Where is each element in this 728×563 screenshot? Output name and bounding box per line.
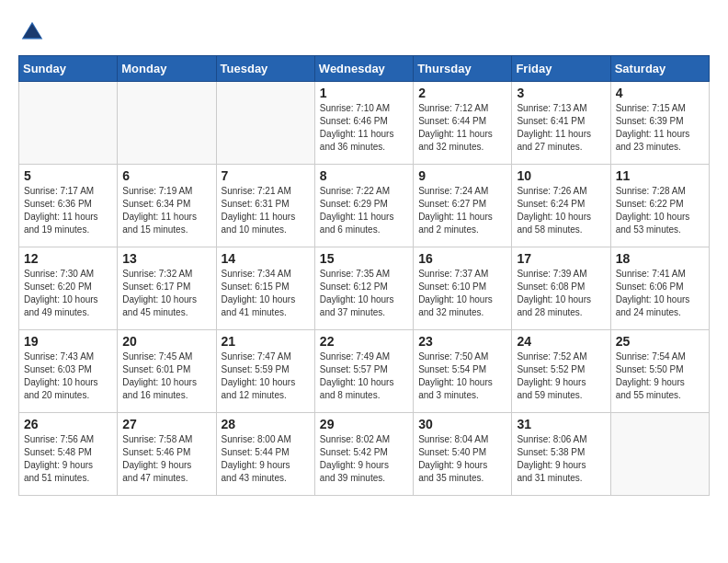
day-info: Sunrise: 7:45 AM Sunset: 6:01 PM Dayligh…	[122, 350, 210, 402]
day-cell: 1Sunrise: 7:10 AM Sunset: 6:46 PM Daylig…	[314, 82, 413, 165]
day-cell: 12Sunrise: 7:30 AM Sunset: 6:20 PM Dayli…	[19, 247, 118, 330]
day-info: Sunrise: 8:04 AM Sunset: 5:40 PM Dayligh…	[418, 433, 506, 485]
day-number: 19	[24, 334, 112, 349]
day-number: 7	[222, 168, 310, 183]
day-cell: 6Sunrise: 7:19 AM Sunset: 6:34 PM Daylig…	[118, 165, 216, 247]
day-info: Sunrise: 7:49 AM Sunset: 5:57 PM Dayligh…	[320, 350, 408, 402]
day-number: 17	[517, 251, 605, 266]
day-info: Sunrise: 7:35 AM Sunset: 6:12 PM Dayligh…	[320, 268, 408, 319]
week-row-1: 1Sunrise: 7:10 AM Sunset: 6:46 PM Daylig…	[19, 82, 710, 165]
day-cell: 30Sunrise: 8:04 AM Sunset: 5:40 PM Dayli…	[414, 413, 512, 496]
col-header-tuesday: Tuesday	[216, 56, 314, 82]
day-cell	[19, 82, 118, 165]
day-info: Sunrise: 7:26 AM Sunset: 6:24 PM Dayligh…	[517, 185, 605, 236]
day-number: 13	[122, 251, 210, 266]
day-number: 6	[122, 168, 210, 183]
day-number: 12	[24, 251, 112, 266]
svg-marker-1	[23, 24, 41, 38]
day-info: Sunrise: 7:13 AM Sunset: 6:41 PM Dayligh…	[517, 102, 605, 154]
day-cell: 13Sunrise: 7:32 AM Sunset: 6:17 PM Dayli…	[118, 247, 216, 330]
day-number: 23	[418, 334, 506, 349]
day-number: 25	[616, 334, 704, 349]
day-info: Sunrise: 7:10 AM Sunset: 6:46 PM Dayligh…	[320, 102, 408, 154]
logo	[18, 18, 50, 46]
day-cell: 23Sunrise: 7:50 AM Sunset: 5:54 PM Dayli…	[414, 330, 512, 413]
day-info: Sunrise: 7:34 AM Sunset: 6:15 PM Dayligh…	[222, 268, 310, 319]
day-cell: 25Sunrise: 7:54 AM Sunset: 5:50 PM Dayli…	[610, 330, 709, 413]
day-cell	[216, 82, 314, 165]
day-info: Sunrise: 7:19 AM Sunset: 6:34 PM Dayligh…	[122, 185, 210, 236]
day-info: Sunrise: 7:22 AM Sunset: 6:29 PM Dayligh…	[320, 185, 408, 236]
day-cell: 16Sunrise: 7:37 AM Sunset: 6:10 PM Dayli…	[414, 247, 512, 330]
day-cell: 21Sunrise: 7:47 AM Sunset: 5:59 PM Dayli…	[216, 330, 314, 413]
col-header-sunday: Sunday	[19, 56, 118, 82]
day-info: Sunrise: 7:58 AM Sunset: 5:46 PM Dayligh…	[122, 433, 210, 485]
day-number: 27	[122, 417, 210, 431]
day-number: 22	[320, 334, 408, 349]
header	[18, 18, 710, 46]
logo-icon	[18, 18, 46, 46]
col-header-friday: Friday	[512, 56, 610, 82]
header-row: SundayMondayTuesdayWednesdayThursdayFrid…	[19, 56, 710, 82]
day-cell: 5Sunrise: 7:17 AM Sunset: 6:36 PM Daylig…	[19, 165, 118, 247]
day-number: 15	[320, 251, 408, 266]
day-cell: 3Sunrise: 7:13 AM Sunset: 6:41 PM Daylig…	[512, 82, 610, 165]
day-cell: 15Sunrise: 7:35 AM Sunset: 6:12 PM Dayli…	[314, 247, 413, 330]
day-number: 26	[24, 417, 112, 431]
day-number: 18	[616, 251, 704, 266]
day-number: 2	[418, 86, 506, 100]
day-cell: 26Sunrise: 7:56 AM Sunset: 5:48 PM Dayli…	[19, 413, 118, 496]
day-number: 30	[418, 417, 506, 431]
day-number: 21	[222, 334, 310, 349]
day-info: Sunrise: 7:41 AM Sunset: 6:06 PM Dayligh…	[616, 268, 704, 319]
day-number: 31	[517, 417, 605, 431]
day-cell: 27Sunrise: 7:58 AM Sunset: 5:46 PM Dayli…	[118, 413, 216, 496]
day-info: Sunrise: 7:24 AM Sunset: 6:27 PM Dayligh…	[418, 185, 506, 236]
day-cell: 20Sunrise: 7:45 AM Sunset: 6:01 PM Dayli…	[118, 330, 216, 413]
day-number: 24	[517, 334, 605, 349]
day-cell: 4Sunrise: 7:15 AM Sunset: 6:39 PM Daylig…	[610, 82, 709, 165]
day-cell: 8Sunrise: 7:22 AM Sunset: 6:29 PM Daylig…	[314, 165, 413, 247]
day-info: Sunrise: 8:02 AM Sunset: 5:42 PM Dayligh…	[320, 433, 408, 485]
day-info: Sunrise: 7:56 AM Sunset: 5:48 PM Dayligh…	[24, 433, 112, 485]
calendar-table: SundayMondayTuesdayWednesdayThursdayFrid…	[18, 55, 710, 496]
day-cell: 9Sunrise: 7:24 AM Sunset: 6:27 PM Daylig…	[414, 165, 512, 247]
day-number: 9	[418, 168, 506, 183]
day-cell: 10Sunrise: 7:26 AM Sunset: 6:24 PM Dayli…	[512, 165, 610, 247]
day-number: 29	[320, 417, 408, 431]
week-row-5: 26Sunrise: 7:56 AM Sunset: 5:48 PM Dayli…	[19, 413, 710, 496]
day-cell: 19Sunrise: 7:43 AM Sunset: 6:03 PM Dayli…	[19, 330, 118, 413]
day-number: 20	[122, 334, 210, 349]
day-info: Sunrise: 8:06 AM Sunset: 5:38 PM Dayligh…	[517, 433, 605, 485]
day-cell: 28Sunrise: 8:00 AM Sunset: 5:44 PM Dayli…	[216, 413, 314, 496]
day-cell: 11Sunrise: 7:28 AM Sunset: 6:22 PM Dayli…	[610, 165, 709, 247]
day-info: Sunrise: 7:12 AM Sunset: 6:44 PM Dayligh…	[418, 102, 506, 154]
day-cell: 14Sunrise: 7:34 AM Sunset: 6:15 PM Dayli…	[216, 247, 314, 330]
day-info: Sunrise: 7:54 AM Sunset: 5:50 PM Dayligh…	[616, 350, 704, 402]
week-row-3: 12Sunrise: 7:30 AM Sunset: 6:20 PM Dayli…	[19, 247, 710, 330]
day-number: 3	[517, 86, 605, 100]
day-info: Sunrise: 7:47 AM Sunset: 5:59 PM Dayligh…	[222, 350, 310, 402]
day-cell: 7Sunrise: 7:21 AM Sunset: 6:31 PM Daylig…	[216, 165, 314, 247]
col-header-monday: Monday	[118, 56, 216, 82]
day-number: 4	[616, 86, 704, 100]
day-cell: 31Sunrise: 8:06 AM Sunset: 5:38 PM Dayli…	[512, 413, 610, 496]
day-cell: 24Sunrise: 7:52 AM Sunset: 5:52 PM Dayli…	[512, 330, 610, 413]
col-header-saturday: Saturday	[610, 56, 709, 82]
day-number: 8	[320, 168, 408, 183]
day-number: 28	[222, 417, 310, 431]
day-number: 11	[616, 168, 704, 183]
day-number: 16	[418, 251, 506, 266]
day-info: Sunrise: 7:37 AM Sunset: 6:10 PM Dayligh…	[418, 268, 506, 319]
day-info: Sunrise: 7:39 AM Sunset: 6:08 PM Dayligh…	[517, 268, 605, 319]
day-info: Sunrise: 7:32 AM Sunset: 6:17 PM Dayligh…	[122, 268, 210, 319]
day-number: 5	[24, 168, 112, 183]
day-number: 14	[222, 251, 310, 266]
day-cell	[118, 82, 216, 165]
day-number: 1	[320, 86, 408, 100]
col-header-thursday: Thursday	[414, 56, 512, 82]
day-cell	[610, 413, 709, 496]
col-header-wednesday: Wednesday	[314, 56, 413, 82]
day-cell: 22Sunrise: 7:49 AM Sunset: 5:57 PM Dayli…	[314, 330, 413, 413]
day-info: Sunrise: 7:43 AM Sunset: 6:03 PM Dayligh…	[24, 350, 112, 402]
